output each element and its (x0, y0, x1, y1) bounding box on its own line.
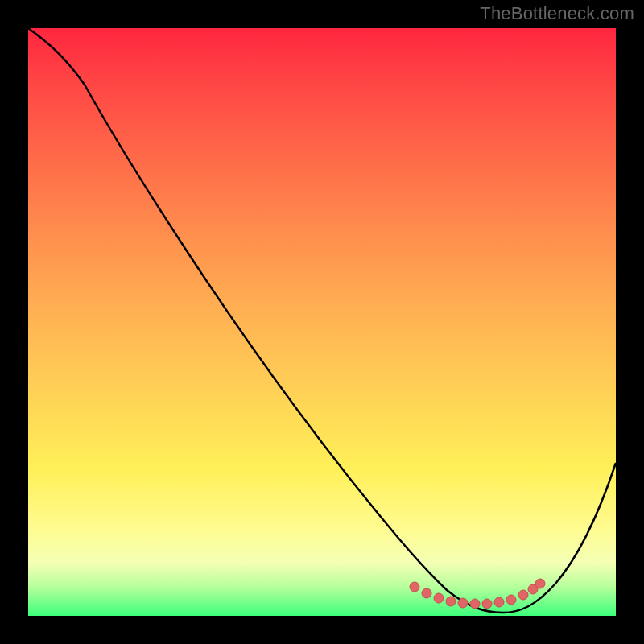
optimal-range-markers (410, 579, 545, 609)
curve-svg (28, 28, 616, 616)
svg-point-6 (482, 599, 492, 609)
svg-point-8 (506, 595, 516, 605)
watermark-text: TheBottleneck.com (480, 3, 634, 24)
svg-point-4 (458, 598, 468, 608)
bottleneck-curve-path (28, 28, 616, 613)
svg-point-0 (410, 582, 419, 592)
svg-point-11 (535, 579, 545, 588)
svg-point-2 (434, 593, 444, 603)
svg-point-7 (494, 597, 504, 607)
chart-frame: TheBottleneck.com (0, 0, 644, 644)
svg-point-5 (470, 599, 480, 609)
svg-point-9 (518, 590, 528, 600)
svg-point-3 (446, 597, 456, 606)
svg-point-1 (422, 588, 431, 598)
plot-area (28, 28, 616, 616)
